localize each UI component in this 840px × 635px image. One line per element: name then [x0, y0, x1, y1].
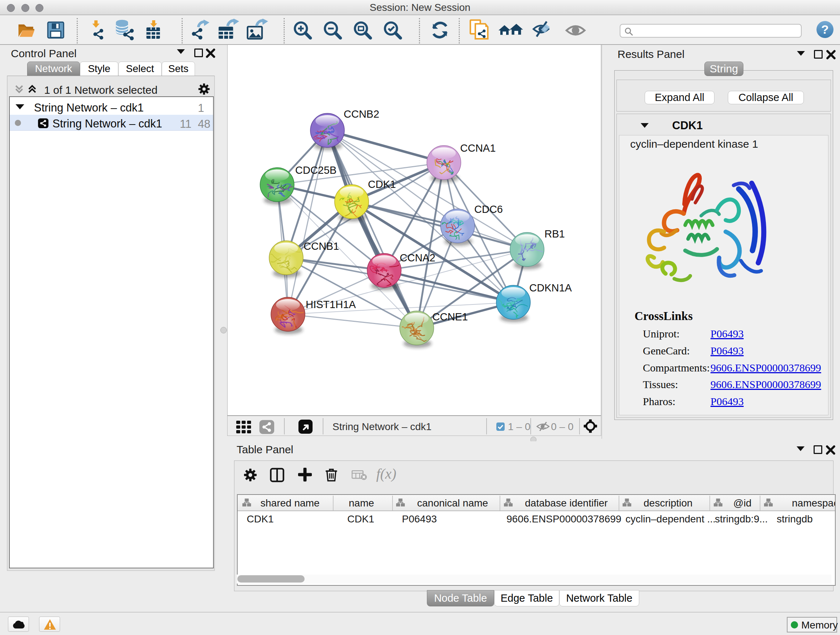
svg-text:CCNA1: CCNA1 — [460, 142, 496, 154]
svg-text:CCNB1: CCNB1 — [303, 241, 339, 252]
svg-text:CDK1: CDK1 — [368, 179, 396, 190]
svg-text:CCNE1: CCNE1 — [432, 311, 468, 323]
svg-text:CDKN1A: CDKN1A — [529, 282, 572, 294]
svg-text:HIST1H1A: HIST1H1A — [306, 299, 356, 310]
svg-text:RB1: RB1 — [545, 228, 565, 240]
svg-text:CDC6: CDC6 — [474, 203, 503, 215]
svg-text:CCNA2: CCNA2 — [400, 252, 435, 264]
svg-text:CCNB2: CCNB2 — [344, 108, 379, 120]
svg-text:CDC25B: CDC25B — [295, 165, 336, 176]
